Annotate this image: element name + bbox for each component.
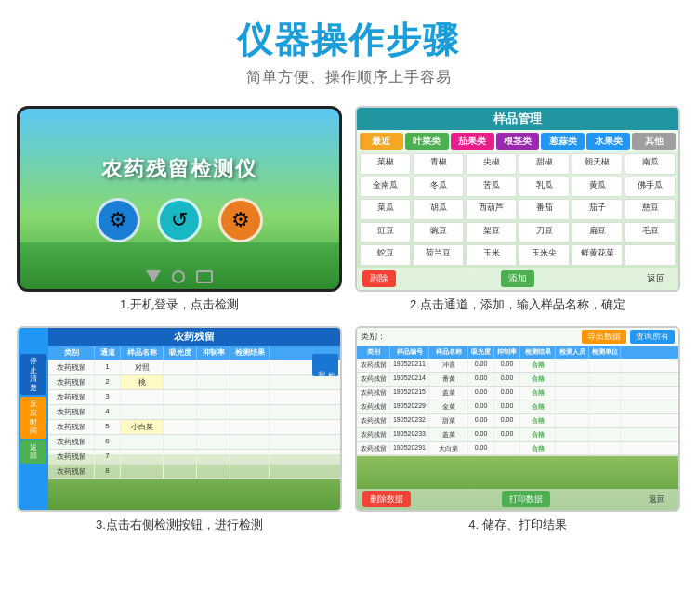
device-icon-1[interactable]: ⚙ xyxy=(96,198,140,242)
sample-item[interactable]: 茄子 xyxy=(572,199,623,220)
results-footer: 删除数据 打印数据 返回 xyxy=(357,489,678,510)
panels-grid: 农药残留检测仪 ⚙ ↺ ⚙ 1.开机登录，点击检测 样品管理 xyxy=(0,93,697,550)
sidebar-back-btn[interactable]: 返回 xyxy=(20,440,46,464)
sample-title: 样品管理 xyxy=(357,108,678,130)
table-row: 农药残留3 xyxy=(48,390,340,405)
result-row: 农药残留190520215盖菜0.000.00合格 xyxy=(357,387,678,400)
rth-inspector: 检测人员 xyxy=(556,346,589,359)
query-all-btn[interactable]: 查询所有 xyxy=(630,330,675,344)
sample-item[interactable]: 南瓜 xyxy=(625,153,676,175)
device-icons-row: ⚙ ↺ ⚙ xyxy=(96,198,263,242)
nav-back-icon[interactable] xyxy=(146,270,161,282)
panel-3-label: 3.点击右侧检测按钮，进行检测 xyxy=(17,517,342,533)
rth-sample-name: 样品名称 xyxy=(429,346,468,359)
rth-category: 类别 xyxy=(357,346,390,359)
table-row: 农药残留5小白菜 xyxy=(48,420,340,435)
sample-item[interactable]: 胡瓜 xyxy=(413,199,464,220)
sample-item[interactable]: 佛手瓜 xyxy=(625,177,676,198)
device-icon-3[interactable]: ⚙ xyxy=(218,198,263,242)
sample-tab-onion[interactable]: 葱蒜类 xyxy=(541,133,585,150)
export-btn[interactable]: 导出数据 xyxy=(582,330,626,344)
panel-1-wrap: 农药残留检测仪 ⚙ ↺ ⚙ 1.开机登录，点击检测 xyxy=(17,106,342,313)
sample-item[interactable]: 慈豆 xyxy=(625,199,676,220)
sample-item[interactable]: 毛豆 xyxy=(625,222,676,243)
sample-item[interactable]: 荷兰豆 xyxy=(413,244,464,266)
results-header: 类别 样品编号 样品名称 吸光度 抑制率 检测结果 检测人员 检测单位 xyxy=(357,346,678,359)
sample-item[interactable]: 鲜黄花菜 xyxy=(572,244,623,266)
sample-content: 样品管理 最近 叶菜类 茄果类 根茎类 葱蒜类 水果类 其他 菜椒 青椒 尖椒 … xyxy=(357,108,678,290)
sample-item[interactable]: 金南瓜 xyxy=(360,177,411,198)
sample-item[interactable]: 扁豆 xyxy=(572,222,623,243)
sample-item[interactable]: 苦瓜 xyxy=(466,177,517,198)
panel-2-wrap: 样品管理 最近 叶菜类 茄果类 根茎类 葱蒜类 水果类 其他 菜椒 青椒 尖椒 … xyxy=(355,106,680,313)
table-title: 农药残留 xyxy=(48,328,340,346)
th-channel: 通道 xyxy=(95,346,121,360)
table-main: 农药残留 类别 通道 样品名称 吸光度 抑制率 检测结果 农药残留1对照 xyxy=(48,328,340,510)
panel-results: 类别： 导出数据 查询所有 类别 样品编号 样品名称 吸光度 抑制率 检测结果 … xyxy=(355,326,680,512)
sample-item[interactable]: 蛇豆 xyxy=(360,244,411,266)
sample-item[interactable]: 菜瓜 xyxy=(360,199,411,220)
results-content: 类别： 导出数据 查询所有 类别 样品编号 样品名称 吸光度 抑制率 检测结果 … xyxy=(357,328,678,510)
sample-tab-recent[interactable]: 最近 xyxy=(360,133,403,150)
table-row: 农药残留1对照 xyxy=(48,360,340,375)
panel-table: 停止清楚 反应时间 返回 农药残留 类别 通道 样品名称 吸光度 抑制率 检测结… xyxy=(17,326,342,512)
sample-add-btn[interactable]: 添加 xyxy=(501,270,534,287)
rth-sample-id: 样品编号 xyxy=(390,346,429,359)
device-nav-bar xyxy=(146,270,213,283)
sample-item[interactable]: 甜椒 xyxy=(519,153,570,175)
sample-item[interactable]: 刀豆 xyxy=(519,222,570,243)
panel-4-wrap: 类别： 导出数据 查询所有 类别 样品编号 样品名称 吸光度 抑制率 检测结果 … xyxy=(355,326,680,533)
device-icon-2[interactable]: ↺ xyxy=(157,198,202,242)
device-screen-bg: 农药残留检测仪 ⚙ ↺ ⚙ xyxy=(20,109,339,289)
sample-item[interactable]: 架豆 xyxy=(466,222,517,243)
sample-item[interactable]: 豇豆 xyxy=(360,222,411,243)
table-row: 农药残留4 xyxy=(48,405,340,420)
rth-absorbance: 吸光度 xyxy=(468,346,494,359)
rth-unit: 检测单位 xyxy=(589,346,621,359)
nav-home-icon[interactable] xyxy=(172,270,185,283)
sample-tab-fruit[interactable]: 茄果类 xyxy=(451,133,494,150)
sample-item[interactable]: 尖椒 xyxy=(466,153,517,175)
results-print-btn[interactable]: 打印数据 xyxy=(502,491,550,507)
sample-tab-water[interactable]: 水果类 xyxy=(586,133,630,150)
sample-item[interactable]: 青椒 xyxy=(413,153,464,175)
table-row: 农药残留8 xyxy=(48,465,340,479)
page-subtitle: 简单方便、操作顺序上手容易 xyxy=(0,68,697,87)
sample-delete-btn[interactable]: 副除 xyxy=(362,270,396,287)
table-rows: 农药残留1对照 农药残留2桃 农药残留3 农药残留4 农药残留5小白菜 xyxy=(48,360,340,510)
sample-back-btn[interactable]: 返回 xyxy=(639,270,673,287)
sample-item[interactable]: 西葫芦 xyxy=(466,199,517,220)
check-btn[interactable]: 检测 xyxy=(312,354,338,376)
sample-item[interactable]: 玉米 xyxy=(466,244,517,266)
sidebar-stop-btn[interactable]: 停止清楚 xyxy=(20,354,46,395)
results-back-btn[interactable]: 返回 xyxy=(641,491,673,507)
sample-item[interactable]: 菜椒 xyxy=(360,153,411,175)
table-header: 类别 通道 样品名称 吸光度 抑制率 检测结果 xyxy=(48,346,340,360)
page-title: 仪器操作步骤 xyxy=(0,17,697,64)
table-row: 农药残留6 xyxy=(48,435,340,450)
sample-item[interactable]: 乳瓜 xyxy=(519,177,570,198)
nav-recent-icon[interactable] xyxy=(196,270,213,283)
page-header: 仪器操作步骤 简单方便、操作顺序上手容易 xyxy=(0,0,697,93)
result-row: 农药残留190520233盖菜0.000.00合格 xyxy=(357,428,678,442)
sample-item[interactable]: 番茄 xyxy=(519,199,570,220)
sidebar-reaction-btn[interactable]: 反应时间 xyxy=(20,397,46,438)
panel-3-wrap: 停止清楚 反应时间 返回 农药残留 类别 通道 样品名称 吸光度 抑制率 检测结… xyxy=(17,326,342,533)
results-category-label: 类别： xyxy=(361,331,386,343)
sample-item[interactable]: 豌豆 xyxy=(413,222,464,243)
sample-item[interactable] xyxy=(625,244,676,266)
th-absorbance: 吸光度 xyxy=(164,346,197,360)
sample-item[interactable]: 玉米尖 xyxy=(519,244,570,266)
sample-tab-root[interactable]: 根茎类 xyxy=(496,133,540,150)
table-row: 农药残留7 xyxy=(48,450,340,465)
th-result: 检测结果 xyxy=(230,346,270,360)
sample-item[interactable]: 黄瓜 xyxy=(572,177,623,198)
panel-2-label: 2.点击通道，添加，输入样品名称，确定 xyxy=(355,296,680,313)
results-delete-btn[interactable]: 删除数据 xyxy=(362,491,411,507)
sample-item[interactable]: 朝天椒 xyxy=(572,153,623,175)
panel-1-label: 1.开机登录，点击检测 xyxy=(17,296,342,313)
sample-item[interactable]: 冬瓜 xyxy=(413,177,464,198)
sample-tab-other[interactable]: 其他 xyxy=(632,133,676,150)
sample-tab-leaf[interactable]: 叶菜类 xyxy=(405,133,449,150)
panel-device-screen: 农药残留检测仪 ⚙ ↺ ⚙ xyxy=(17,106,342,292)
